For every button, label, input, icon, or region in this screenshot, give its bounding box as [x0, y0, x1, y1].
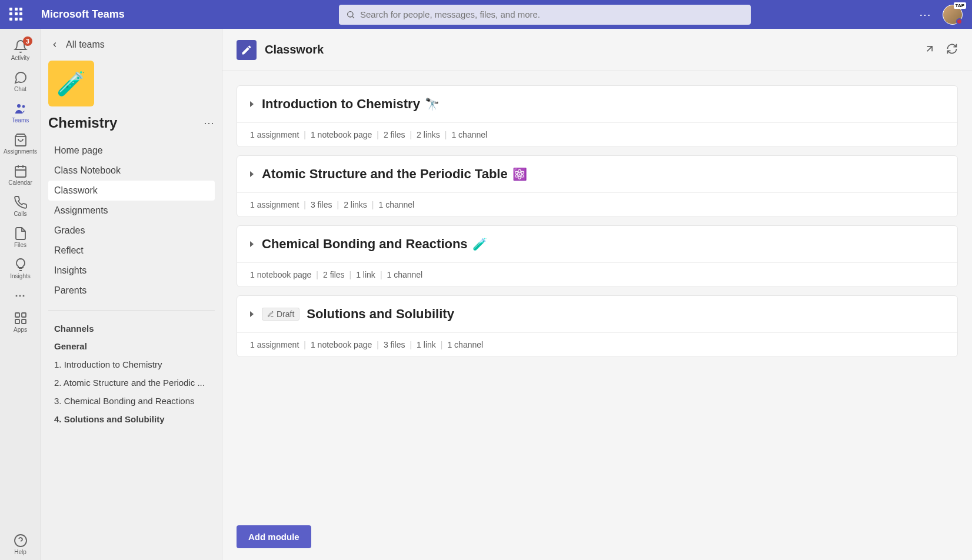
rail-label: Teams — [12, 117, 29, 124]
file-icon — [14, 226, 28, 241]
app-rail: 3 Activity Chat Teams Assignments Calend… — [0, 29, 41, 560]
nav-item-parents[interactable]: Parents — [48, 281, 215, 301]
module-title: Introduction to Chemistry🔭 — [262, 96, 440, 112]
channel-item[interactable]: General — [48, 337, 215, 355]
caret-right-icon — [250, 101, 254, 107]
svg-rect-5 — [22, 313, 26, 317]
caret-right-icon — [250, 311, 254, 317]
rail-label: Calls — [14, 211, 26, 217]
nav-item-grades[interactable]: Grades — [48, 221, 215, 241]
svg-point-0 — [348, 11, 353, 16]
rail-calendar[interactable]: Calendar — [0, 159, 41, 191]
team-more-icon[interactable]: ⋯ — [204, 116, 215, 129]
nav-item-reflect[interactable]: Reflect — [48, 241, 215, 261]
rail-more[interactable]: ⋯ — [0, 284, 41, 306]
search-icon — [346, 10, 355, 19]
module-card: Introduction to Chemistry🔭1 assignment|1… — [237, 85, 958, 147]
nav-item-insights[interactable]: Insights — [48, 261, 215, 281]
bulb-icon — [14, 258, 28, 272]
rail-label: Insights — [10, 273, 30, 279]
svg-rect-6 — [15, 319, 19, 324]
rail-label: Files — [14, 242, 26, 248]
refresh-icon[interactable] — [946, 43, 958, 57]
rail-teams[interactable]: Teams — [0, 97, 41, 128]
channel-item[interactable]: 1. Introduction to Chemistry — [48, 355, 215, 374]
chat-icon — [14, 71, 28, 85]
rail-files[interactable]: Files — [0, 222, 41, 253]
module-header[interactable]: DraftSolutions and Solubility — [237, 296, 957, 332]
back-label: All teams — [66, 39, 105, 50]
svg-rect-7 — [22, 319, 26, 324]
module-card: Atomic Structure and the Periodic Table⚛… — [237, 155, 958, 217]
caret-right-icon — [250, 241, 254, 247]
modules-scroll[interactable]: Introduction to Chemistry🔭1 assignment|1… — [222, 71, 972, 560]
tab-header: Classwork — [222, 29, 972, 71]
team-sidebar: All teams 🧪 Chemistry ⋯ Home pageClass N… — [41, 29, 222, 560]
module-header[interactable]: Introduction to Chemistry🔭 — [237, 86, 957, 122]
module-card: Chemical Bonding and Reactions🧪1 noteboo… — [237, 225, 958, 287]
rail-help[interactable]: Help — [0, 529, 41, 560]
nav-item-home-page[interactable]: Home page — [48, 141, 215, 161]
svg-point-8 — [15, 535, 26, 546]
module-header[interactable]: Atomic Structure and the Periodic Table⚛… — [237, 156, 957, 192]
divider — [48, 310, 215, 311]
search-box[interactable] — [339, 5, 751, 25]
channel-item[interactable]: 2. Atomic Structure and the Periodic ... — [48, 374, 215, 392]
ellipsis-icon: ⋯ — [15, 289, 26, 302]
avatar-tag: TAP — [954, 2, 966, 9]
module-meta: 1 assignment|3 files|2 links|1 channel — [237, 192, 957, 216]
calendar-icon — [14, 164, 28, 178]
module-emoji-icon: 🧪 — [472, 237, 487, 251]
app-title: Microsoft Teams — [41, 8, 182, 21]
nav-item-assignments[interactable]: Assignments — [48, 201, 215, 221]
tab-title: Classwork — [265, 43, 924, 56]
channels-header: Channels — [48, 320, 215, 337]
channel-item[interactable]: 3. Chemical Bonding and Reactions — [48, 392, 215, 410]
rail-label: Calendar — [8, 179, 32, 186]
add-module-button[interactable]: Add module — [237, 525, 311, 548]
svg-rect-4 — [15, 313, 19, 317]
rail-insights[interactable]: Insights — [0, 253, 41, 284]
chevron-left-icon — [51, 41, 59, 49]
draft-badge: Draft — [262, 308, 299, 321]
top-right: ⋯ TAP — [919, 5, 963, 25]
rail-calls[interactable]: Calls — [0, 191, 41, 222]
rail-activity[interactable]: 3 Activity — [0, 35, 41, 66]
nav-item-classwork[interactable]: Classwork — [48, 181, 215, 201]
caret-right-icon — [250, 171, 254, 177]
content-area: Classwork Introduction to Chemistry🔭1 as… — [222, 29, 972, 560]
module-meta: 1 assignment|1 notebook page|3 files|1 l… — [237, 332, 957, 356]
module-emoji-icon: ⚛️ — [512, 167, 527, 181]
module-card: DraftSolutions and Solubility1 assignmen… — [237, 295, 958, 357]
module-meta: 1 assignment|1 notebook page|2 files|2 l… — [237, 122, 957, 146]
module-meta: 1 notebook page|2 files|1 link|1 channel — [237, 262, 957, 286]
svg-point-1 — [17, 104, 21, 108]
module-title: Atomic Structure and the Periodic Table⚛… — [262, 166, 527, 182]
back-all-teams[interactable]: All teams — [48, 39, 215, 50]
phone-icon — [14, 195, 28, 209]
team-avatar[interactable]: 🧪 — [48, 61, 94, 106]
rail-assignments[interactable]: Assignments — [0, 128, 41, 159]
module-header[interactable]: Chemical Bonding and Reactions🧪 — [237, 226, 957, 262]
expand-icon[interactable] — [924, 43, 936, 57]
module-title: Chemical Bonding and Reactions🧪 — [262, 236, 487, 252]
search-input[interactable] — [360, 9, 744, 19]
main: 3 Activity Chat Teams Assignments Calend… — [0, 29, 972, 560]
top-bar: Microsoft Teams ⋯ TAP — [0, 0, 972, 29]
teams-icon — [14, 102, 28, 116]
help-icon — [14, 534, 28, 548]
nav-item-class-notebook[interactable]: Class Notebook — [48, 161, 215, 181]
rail-apps[interactable]: Apps — [0, 306, 41, 338]
channel-item[interactable]: 4. Solutions and Solubility — [48, 410, 215, 428]
bag-icon — [14, 133, 28, 147]
module-title: Solutions and Solubility — [307, 306, 454, 322]
profile-button[interactable]: TAP — [943, 5, 963, 25]
app-launcher-icon[interactable] — [9, 8, 24, 22]
rail-chat[interactable]: Chat — [0, 66, 41, 97]
more-icon[interactable]: ⋯ — [919, 8, 932, 22]
rail-label: Activity — [11, 55, 30, 61]
rail-label: Apps — [14, 326, 27, 333]
rail-label: Help — [14, 549, 26, 555]
footer: Add module — [222, 514, 972, 560]
rail-label: Chat — [14, 86, 26, 92]
